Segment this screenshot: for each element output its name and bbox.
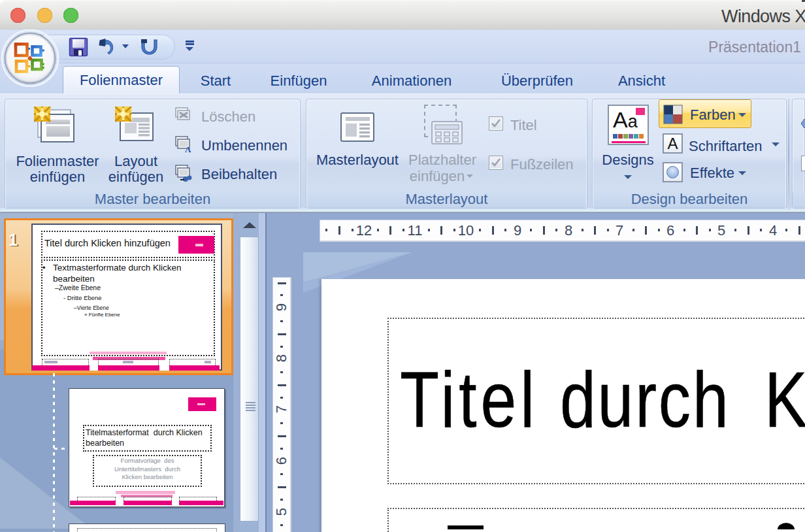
svg-text:A: A bbox=[185, 144, 191, 154]
